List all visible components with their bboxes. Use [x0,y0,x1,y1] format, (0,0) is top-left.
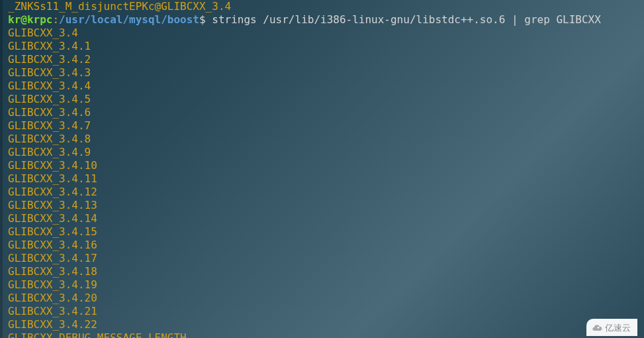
output-line: GLIBCXX_3.4.8 [8,133,636,146]
prompt-user-host: kr@krpc [8,13,52,26]
output-line: GLIBCXX_3.4.17 [8,252,636,265]
watermark: 亿速云 [586,319,637,336]
output-line: GLIBCXX_3.4.2 [8,53,636,66]
output-line: GLIBCXX_3.4.22 [8,318,636,331]
output-line: GLIBCXX_3.4.20 [8,292,636,305]
svg-point-0 [598,327,600,329]
output-line: GLIBCXX_3.4.1 [8,40,636,53]
output-line: GLIBCXX_3.4.5 [8,93,636,106]
command-text: strings /usr/lib/i386-linux-gnu/libstdc+… [212,13,601,26]
output-line: GLIBCXX_3.4.7 [8,119,636,133]
output-line: GLIBCXX_3.4.15 [8,225,636,239]
output-line: GLIBCXX_3.4.21 [8,305,636,318]
output-line: GLIBCXX_3.4.4 [8,80,636,93]
prompt-colon: : [52,13,59,26]
output-line: GLIBCXX_3.4.16 [8,239,636,252]
output-line: GLIBCXX_3.4 [8,27,636,40]
output-line: GLIBCXX_DEBUG_MESSAGE_LENGTH [8,331,636,338]
terminal[interactable]: _ZNKSs11_M_disjunctEPKc@GLIBCXX_3.4 kr@k… [0,0,644,338]
output-line: GLIBCXX_3.4.13 [8,199,636,212]
output-line: GLIBCXX_3.4.10 [8,159,636,172]
output-line: GLIBCXX_3.4.14 [8,212,636,225]
output-line: GLIBCXX_3.4.9 [8,146,636,159]
previous-output-line: _ZNKSs11_M_disjunctEPKc@GLIBCXX_3.4 [8,0,636,13]
prompt-cwd: /usr/local/mysql/boost [59,13,199,26]
output-line: GLIBCXX_3.4.19 [8,278,636,292]
prompt-line: kr@krpc:/usr/local/mysql/boost$ strings … [8,13,636,27]
output-line: GLIBCXX_3.4.12 [8,186,636,199]
scrollbar-track[interactable] [0,0,3,338]
watermark-text: 亿速云 [605,321,631,335]
prompt-sign: $ [199,13,212,26]
cloud-icon [592,323,602,333]
output-line: GLIBCXX_3.4.3 [8,66,636,80]
output-line: GLIBCXX_3.4.11 [8,172,636,186]
output-line: GLIBCXX_3.4.6 [8,106,636,119]
output-line: GLIBCXX_3.4.18 [8,265,636,278]
